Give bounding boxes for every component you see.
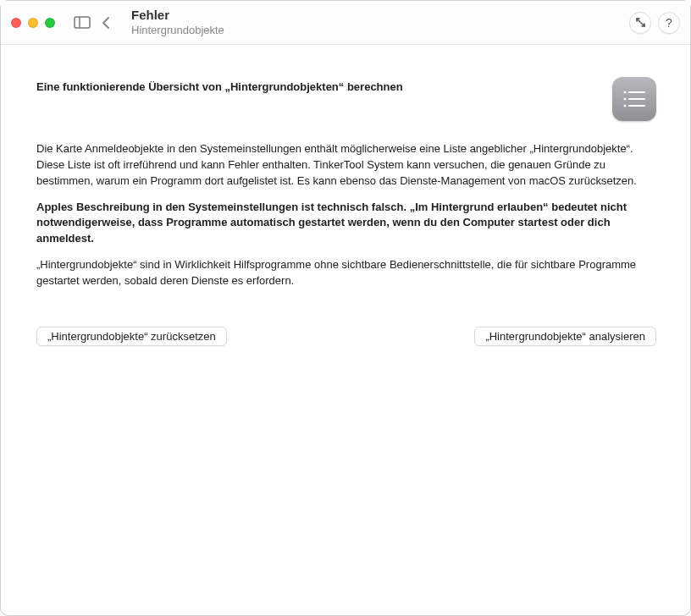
header-row: Eine funktionierende Übersicht von „Hint…	[36, 77, 656, 121]
page-heading: Eine funktionierende Übersicht von „Hint…	[36, 77, 599, 93]
svg-point-6	[624, 98, 627, 101]
titlebar: Fehler Hintergrundobjekte ?	[1, 1, 690, 45]
back-button[interactable]	[94, 11, 118, 35]
chevron-left-icon	[102, 16, 110, 30]
help-icon: ?	[666, 16, 672, 30]
svg-point-4	[624, 91, 627, 94]
paragraph-3: „Hintergrundobjekte“ sind in Wirklichkei…	[36, 257, 656, 289]
arrow-collapse-icon	[635, 17, 646, 28]
window-subtitle: Hintergrundobjekte	[131, 24, 629, 37]
titlebar-right: ?	[629, 12, 680, 34]
window: Fehler Hintergrundobjekte ? Eine funktio…	[0, 0, 691, 616]
feature-icon-tile	[612, 77, 656, 121]
analyze-background-items-button[interactable]: „Hintergrundobjekte“ analysieren	[474, 327, 656, 346]
list-bullet-icon	[621, 87, 648, 111]
sidebar-icon	[74, 16, 91, 29]
zoom-window-button[interactable]	[45, 18, 55, 28]
window-title: Fehler	[131, 8, 629, 23]
collapse-button[interactable]	[629, 12, 651, 34]
traffic-lights	[11, 18, 55, 28]
svg-point-8	[624, 105, 627, 107]
svg-rect-0	[75, 17, 90, 28]
help-button[interactable]: ?	[658, 12, 680, 34]
paragraph-2: Apples Beschreibung in den Systemeinstel…	[36, 200, 656, 248]
button-row: „Hintergrundobjekte“ zurücksetzen „Hinte…	[36, 327, 656, 346]
paragraph-1: Die Karte Anmeldeobjekte in den Systemei…	[36, 141, 656, 190]
close-window-button[interactable]	[11, 18, 21, 28]
minimize-window-button[interactable]	[28, 18, 38, 28]
content-area: Eine funktionierende Übersicht von „Hint…	[1, 45, 690, 615]
sidebar-toggle-button[interactable]	[70, 14, 94, 32]
reset-background-items-button[interactable]: „Hintergrundobjekte“ zurücksetzen	[36, 327, 227, 346]
title-block: Fehler Hintergrundobjekte	[131, 8, 629, 37]
text-section: Die Karte Anmeldeobjekte in den Systemei…	[36, 141, 656, 289]
